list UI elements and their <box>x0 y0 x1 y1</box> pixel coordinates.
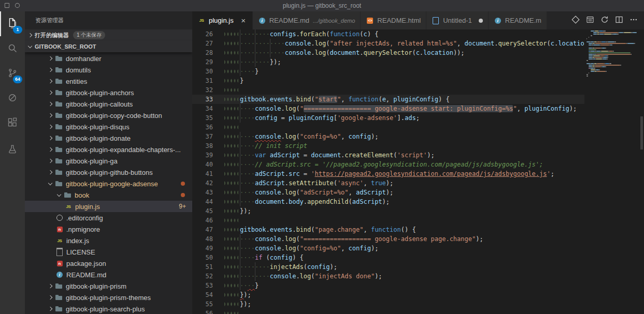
activity-source-control-button[interactable]: 64 <box>0 61 25 86</box>
activity-extensions-button[interactable] <box>0 111 25 136</box>
editor-scrollbar[interactable] <box>640 116 643 149</box>
code-line-49[interactable]: 49····console.log("config=%o", config); <box>192 244 584 253</box>
code-line-45[interactable]: 45}); <box>192 206 584 216</box>
tree-item-gitbook-plugin-callouts[interactable]: gitbook-plugin-callouts <box>25 98 192 110</box>
code-line-28[interactable]: 28············console.log(document.query… <box>192 48 584 57</box>
tree-item-plugin-js[interactable]: JSplugin.js9+ <box>25 201 192 212</box>
tree-item-gitbook-plugin-search-plus[interactable]: gitbook-plugin-search-plus <box>25 303 192 314</box>
tab-untitled-1[interactable]: Untitled-1 <box>426 11 489 29</box>
open-preview-button[interactable] <box>583 13 597 28</box>
chevron-right-icon <box>47 157 55 165</box>
code-line-26[interactable]: 26········configs.forEach(function(c) { <box>192 29 584 39</box>
tab-plugin-js[interactable]: JSplugin.js× <box>192 11 253 29</box>
folder-icon <box>55 88 63 97</box>
tree-item-label: gitbook-plugin-ga <box>66 157 118 165</box>
tree-item-readme-md[interactable]: iREADME.md <box>25 269 192 280</box>
code-line-27[interactable]: 27············console.log("after injectA… <box>192 39 584 48</box>
code-line-31[interactable]: 31} <box>192 76 584 85</box>
activity-explorer-button[interactable]: 1 <box>0 11 25 36</box>
tab-close-icon[interactable]: × <box>240 17 247 24</box>
gutter-decoration <box>213 225 240 234</box>
activity-badge: 64 <box>13 76 22 83</box>
code-line-33[interactable]: 33gitbook.events.bind("start", function(… <box>192 95 584 104</box>
tree-item-gitbook-plugin-disqus[interactable]: gitbook-plugin-disqus <box>25 121 192 132</box>
code-line-44[interactable]: 44····document.body.appendChild(adScript… <box>192 197 584 206</box>
activity-debug-button[interactable] <box>0 86 25 111</box>
npm-file-icon: n <box>55 225 64 233</box>
chevron-right-icon <box>47 123 55 131</box>
code-view[interactable]: 26········configs.forEach(function(c) {2… <box>192 29 584 314</box>
code-line-36[interactable]: 36 <box>192 123 584 132</box>
code-line-34[interactable]: 34····console.log("================== go… <box>192 104 584 113</box>
code-line-48[interactable]: 48····console.log("================== go… <box>192 234 584 244</box>
code-line-51[interactable]: 51········injectAds(config); <box>192 262 584 272</box>
code-line-32[interactable]: 32 <box>192 85 584 95</box>
tab-readme-m[interactable]: iREADME.m <box>489 11 547 29</box>
tree-item-domhandler[interactable]: domhandler <box>25 53 192 64</box>
code-line-40[interactable]: 40····// adScript.src = '//pagead2.googl… <box>192 160 584 169</box>
tree-item-label: plugin.js <box>75 203 100 211</box>
code-line-55[interactable]: 55}); <box>192 300 584 309</box>
tree-item-gitbook-plugin-prism-themes[interactable]: gitbook-plugin-prism-themes <box>25 292 192 303</box>
code-line-29[interactable]: 29········}); <box>192 57 584 67</box>
code-line-43[interactable]: 43····console.log("adScript=%o", adScrip… <box>192 188 584 197</box>
chevron-right-icon <box>47 293 55 302</box>
open-editors-header[interactable]: 打开的编辑器 1 个未保存 <box>25 29 192 41</box>
code-line-42[interactable]: 42····adScript.setAttribute('async', tru… <box>192 178 584 188</box>
tree-item-gitbook-plugin-github-buttons[interactable]: gitbook-plugin-github-buttons <box>25 167 192 178</box>
code-line-35[interactable]: 35····config = pluginConfig['google-adse… <box>192 113 584 123</box>
code-line-46[interactable]: 46 <box>192 216 584 225</box>
gutter-decoration <box>213 67 240 76</box>
code-editor[interactable]: 26········configs.forEach(function(c) {2… <box>192 29 644 314</box>
dirty-indicator[interactable] <box>479 19 483 23</box>
tree-item-gitbook-plugin-copy-code-button[interactable]: gitbook-plugin-copy-code-button <box>25 110 192 121</box>
tree-item-gitbook-plugin-prism[interactable]: gitbook-plugin-prism <box>25 280 192 292</box>
split-editor-button[interactable] <box>612 13 626 28</box>
tree-item-label: .npmignore <box>66 226 100 233</box>
code-line-52[interactable]: 52········console.log("injectAds done"); <box>192 272 584 281</box>
workspace-root-header[interactable]: GITBOOK_SRC_ROOT <box>25 41 192 52</box>
tree-item-label: gitbook-plugin-callouts <box>66 100 133 108</box>
activity-search-button[interactable] <box>0 36 25 61</box>
code-line-53[interactable]: 53····} <box>192 281 584 290</box>
tree-item-book[interactable]: book <box>25 189 192 201</box>
gutter-decoration <box>213 123 240 132</box>
more-actions-button[interactable] <box>626 13 641 28</box>
code-line-38[interactable]: 38····// init script <box>192 141 584 151</box>
folder-icon <box>55 54 63 63</box>
tree-item-npmignore[interactable]: n.npmignore <box>25 223 192 235</box>
tree-item-editorconfig[interactable]: .editorconfig <box>25 212 192 223</box>
sync-button[interactable] <box>597 13 612 28</box>
code-line-50[interactable]: 50····if (config) { <box>192 253 584 262</box>
activity-test-button[interactable] <box>0 138 25 162</box>
tab-readme-html[interactable]: <>README.html <box>361 11 426 29</box>
line-number: 41 <box>192 169 213 178</box>
code-line-54[interactable]: 54}); <box>192 290 584 300</box>
line-number: 39 <box>192 151 213 160</box>
code-line-47[interactable]: 47gitbook.events.bind("page.change", fun… <box>192 225 584 234</box>
gutter-decoration <box>213 132 240 141</box>
tree-item-index-js[interactable]: JSindex.js <box>25 235 192 246</box>
code-line-39[interactable]: 39····var adScript = document.createElem… <box>192 151 584 160</box>
tree-item-gitbook-plugin-google-adsense[interactable]: gitbook-plugin-google-adsense <box>25 178 192 189</box>
tree-item-gitbook-plugin-anchors[interactable]: gitbook-plugin-anchors <box>25 87 192 98</box>
tree-item-gitbook-plugin-donate[interactable]: gitbook-plugin-donate <box>25 132 192 144</box>
code-line-30[interactable]: 30····} <box>192 67 584 76</box>
tree-item-gitbook-plugin-expandable-chapters[interactable]: gitbook-plugin-expandable-chapters-... <box>25 144 192 155</box>
menu-icon[interactable] <box>15 2 20 10</box>
open-editors-label: 打开的编辑器 <box>35 32 69 39</box>
open-changes-button[interactable] <box>568 13 583 28</box>
tree-item-domutils[interactable]: domutils <box>25 64 192 76</box>
line-number: 34 <box>192 104 213 113</box>
code-line-41[interactable]: 41····adScript.src = 'https://pagead2.go… <box>192 169 584 178</box>
tab-readme-md[interactable]: iREADME.md.../gitbook_demo <box>253 11 361 29</box>
minimap[interactable] <box>584 29 644 314</box>
tree-item-gitbook-plugin-ga[interactable]: gitbook-plugin-ga <box>25 155 192 167</box>
code-line-56[interactable]: 56 <box>192 309 584 314</box>
tree-item-entities[interactable]: entities <box>25 76 192 87</box>
tab-label: README.m <box>505 17 541 24</box>
code-text: ········configs.forEach(function(c) { <box>240 29 584 39</box>
code-line-37[interactable]: 37····console.log("config=%o", config); <box>192 132 584 141</box>
tree-item-license[interactable]: LICENSE <box>25 246 192 258</box>
tree-item-package-json[interactable]: npackage.json <box>25 258 192 269</box>
